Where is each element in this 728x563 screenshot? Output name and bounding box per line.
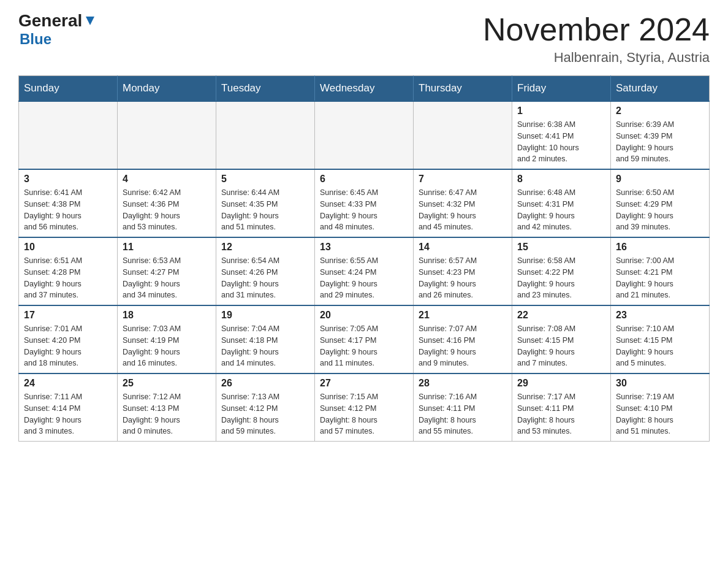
day-number: 5: [221, 174, 309, 185]
col-monday: Monday: [118, 76, 216, 102]
day-info: Sunrise: 6:51 AM Sunset: 4:28 PM Dayligh…: [24, 255, 112, 301]
calendar-header-row: Sunday Monday Tuesday Wednesday Thursday…: [19, 76, 710, 102]
calendar-cell-1-2: [118, 101, 216, 169]
day-info: Sunrise: 7:12 AM Sunset: 4:13 PM Dayligh…: [123, 391, 211, 437]
logo-blue-text: Blue: [20, 31, 51, 48]
day-number: 27: [320, 378, 408, 389]
day-info: Sunrise: 6:39 AM Sunset: 4:39 PM Dayligh…: [616, 119, 704, 165]
day-number: 11: [123, 242, 211, 253]
calendar-cell-2-7: 9Sunrise: 6:50 AM Sunset: 4:29 PM Daylig…: [611, 169, 710, 237]
col-tuesday: Tuesday: [216, 76, 315, 102]
day-number: 12: [221, 242, 309, 253]
day-info: Sunrise: 7:00 AM Sunset: 4:21 PM Dayligh…: [616, 255, 704, 301]
calendar-cell-4-6: 22Sunrise: 7:08 AM Sunset: 4:15 PM Dayli…: [512, 305, 611, 373]
week-row-2: 3Sunrise: 6:41 AM Sunset: 4:38 PM Daylig…: [19, 169, 710, 237]
day-info: Sunrise: 7:17 AM Sunset: 4:11 PM Dayligh…: [517, 391, 605, 437]
day-info: Sunrise: 7:08 AM Sunset: 4:15 PM Dayligh…: [517, 323, 605, 369]
week-row-1: 1Sunrise: 6:38 AM Sunset: 4:41 PM Daylig…: [19, 101, 710, 169]
calendar-cell-5-4: 27Sunrise: 7:15 AM Sunset: 4:12 PM Dayli…: [315, 373, 414, 442]
day-info: Sunrise: 7:04 AM Sunset: 4:18 PM Dayligh…: [221, 323, 309, 369]
day-number: 21: [419, 310, 507, 321]
calendar-cell-3-4: 13Sunrise: 6:55 AM Sunset: 4:24 PM Dayli…: [315, 237, 414, 305]
day-number: 28: [419, 378, 507, 389]
day-info: Sunrise: 6:54 AM Sunset: 4:26 PM Dayligh…: [221, 255, 309, 301]
day-number: 13: [320, 242, 408, 253]
day-number: 15: [517, 242, 605, 253]
calendar-cell-5-7: 30Sunrise: 7:19 AM Sunset: 4:10 PM Dayli…: [611, 373, 710, 442]
col-thursday: Thursday: [414, 76, 512, 102]
calendar-cell-5-2: 25Sunrise: 7:12 AM Sunset: 4:13 PM Dayli…: [118, 373, 216, 442]
logo: General Blue: [18, 12, 97, 48]
day-number: 25: [123, 378, 211, 389]
day-number: 16: [616, 242, 704, 253]
day-number: 23: [616, 310, 704, 321]
calendar-subtitle: Halbenrain, Styria, Austria: [483, 50, 710, 66]
day-info: Sunrise: 7:05 AM Sunset: 4:17 PM Dayligh…: [320, 323, 408, 369]
calendar-cell-1-6: 1Sunrise: 6:38 AM Sunset: 4:41 PM Daylig…: [512, 101, 611, 169]
day-info: Sunrise: 7:15 AM Sunset: 4:12 PM Dayligh…: [320, 391, 408, 437]
calendar-cell-3-5: 14Sunrise: 6:57 AM Sunset: 4:23 PM Dayli…: [414, 237, 512, 305]
week-row-3: 10Sunrise: 6:51 AM Sunset: 4:28 PM Dayli…: [19, 237, 710, 305]
day-info: Sunrise: 6:57 AM Sunset: 4:23 PM Dayligh…: [419, 255, 507, 301]
calendar-cell-4-2: 18Sunrise: 7:03 AM Sunset: 4:19 PM Dayli…: [118, 305, 216, 373]
day-info: Sunrise: 6:50 AM Sunset: 4:29 PM Dayligh…: [616, 187, 704, 233]
day-number: 17: [24, 310, 112, 321]
calendar-cell-2-2: 4Sunrise: 6:42 AM Sunset: 4:36 PM Daylig…: [118, 169, 216, 237]
day-number: 4: [123, 174, 211, 185]
calendar-cell-1-5: [414, 101, 512, 169]
calendar-cell-1-4: [315, 101, 414, 169]
day-info: Sunrise: 6:48 AM Sunset: 4:31 PM Dayligh…: [517, 187, 605, 233]
calendar-cell-3-1: 10Sunrise: 6:51 AM Sunset: 4:28 PM Dayli…: [19, 237, 118, 305]
day-info: Sunrise: 7:07 AM Sunset: 4:16 PM Dayligh…: [419, 323, 507, 369]
day-number: 6: [320, 174, 408, 185]
logo-general-text: General: [18, 12, 82, 29]
day-info: Sunrise: 6:45 AM Sunset: 4:33 PM Dayligh…: [320, 187, 408, 233]
col-friday: Friday: [512, 76, 611, 102]
week-row-5: 24Sunrise: 7:11 AM Sunset: 4:14 PM Dayli…: [19, 373, 710, 442]
day-number: 9: [616, 174, 704, 185]
calendar-cell-5-6: 29Sunrise: 7:17 AM Sunset: 4:11 PM Dayli…: [512, 373, 611, 442]
day-info: Sunrise: 6:44 AM Sunset: 4:35 PM Dayligh…: [221, 187, 309, 233]
day-number: 18: [123, 310, 211, 321]
week-row-4: 17Sunrise: 7:01 AM Sunset: 4:20 PM Dayli…: [19, 305, 710, 373]
calendar-cell-2-1: 3Sunrise: 6:41 AM Sunset: 4:38 PM Daylig…: [19, 169, 118, 237]
calendar-cell-1-3: [216, 101, 315, 169]
day-number: 22: [517, 310, 605, 321]
day-info: Sunrise: 6:55 AM Sunset: 4:24 PM Dayligh…: [320, 255, 408, 301]
calendar-cell-2-3: 5Sunrise: 6:44 AM Sunset: 4:35 PM Daylig…: [216, 169, 315, 237]
calendar-cell-3-2: 11Sunrise: 6:53 AM Sunset: 4:27 PM Dayli…: [118, 237, 216, 305]
day-info: Sunrise: 6:53 AM Sunset: 4:27 PM Dayligh…: [123, 255, 211, 301]
calendar-cell-3-6: 15Sunrise: 6:58 AM Sunset: 4:22 PM Dayli…: [512, 237, 611, 305]
day-number: 1: [517, 105, 605, 117]
calendar-table: Sunday Monday Tuesday Wednesday Thursday…: [18, 75, 710, 442]
calendar-cell-2-6: 8Sunrise: 6:48 AM Sunset: 4:31 PM Daylig…: [512, 169, 611, 237]
calendar-cell-2-4: 6Sunrise: 6:45 AM Sunset: 4:33 PM Daylig…: [315, 169, 414, 237]
day-info: Sunrise: 7:01 AM Sunset: 4:20 PM Dayligh…: [24, 323, 112, 369]
header: General Blue November 2024 Halbenrain, S…: [18, 12, 710, 66]
calendar-cell-4-5: 21Sunrise: 7:07 AM Sunset: 4:16 PM Dayli…: [414, 305, 512, 373]
calendar-cell-4-3: 19Sunrise: 7:04 AM Sunset: 4:18 PM Dayli…: [216, 305, 315, 373]
day-info: Sunrise: 7:16 AM Sunset: 4:11 PM Dayligh…: [419, 391, 507, 437]
day-number: 19: [221, 310, 309, 321]
day-number: 29: [517, 378, 605, 389]
day-info: Sunrise: 7:10 AM Sunset: 4:15 PM Dayligh…: [616, 323, 704, 369]
calendar-cell-4-7: 23Sunrise: 7:10 AM Sunset: 4:15 PM Dayli…: [611, 305, 710, 373]
col-sunday: Sunday: [19, 76, 118, 102]
svg-marker-0: [86, 17, 94, 25]
day-number: 30: [616, 378, 704, 389]
calendar-cell-3-3: 12Sunrise: 6:54 AM Sunset: 4:26 PM Dayli…: [216, 237, 315, 305]
calendar-cell-5-1: 24Sunrise: 7:11 AM Sunset: 4:14 PM Dayli…: [19, 373, 118, 442]
day-info: Sunrise: 6:42 AM Sunset: 4:36 PM Dayligh…: [123, 187, 211, 233]
calendar-cell-5-3: 26Sunrise: 7:13 AM Sunset: 4:12 PM Dayli…: [216, 373, 315, 442]
day-number: 20: [320, 310, 408, 321]
day-number: 10: [24, 242, 112, 253]
calendar-cell-1-1: [19, 101, 118, 169]
day-number: 2: [616, 105, 704, 117]
day-info: Sunrise: 7:03 AM Sunset: 4:19 PM Dayligh…: [123, 323, 211, 369]
day-number: 26: [221, 378, 309, 389]
day-info: Sunrise: 6:47 AM Sunset: 4:32 PM Dayligh…: [419, 187, 507, 233]
day-info: Sunrise: 7:11 AM Sunset: 4:14 PM Dayligh…: [24, 391, 112, 437]
calendar-cell-3-7: 16Sunrise: 7:00 AM Sunset: 4:21 PM Dayli…: [611, 237, 710, 305]
day-number: 24: [24, 378, 112, 389]
calendar-cell-5-5: 28Sunrise: 7:16 AM Sunset: 4:11 PM Dayli…: [414, 373, 512, 442]
